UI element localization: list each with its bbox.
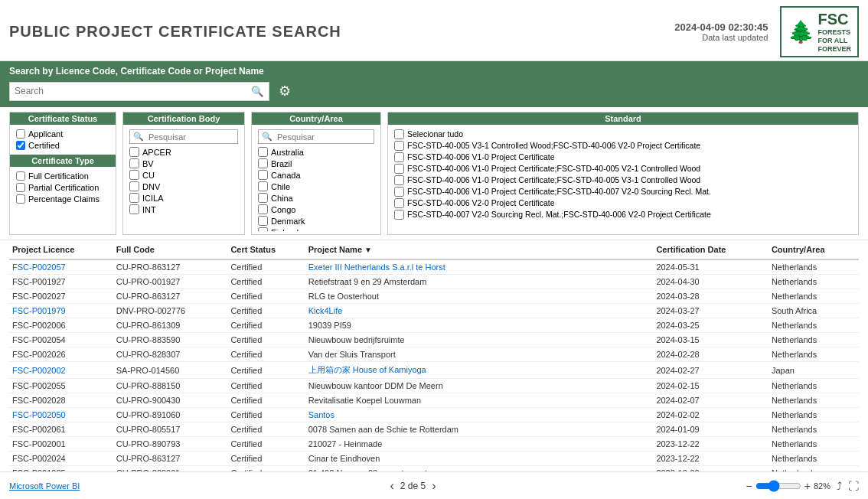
country-australia-checkbox[interactable] [258, 147, 268, 157]
standard-title: Standard [388, 113, 858, 125]
cell-date: 2024-05-31 [653, 259, 768, 275]
share-icon-button[interactable]: ⤴ [837, 480, 842, 492]
standard-item7-checkbox[interactable] [394, 210, 404, 220]
table-row: FSC-P002028CU-PRO-900430CertifiedRevital… [9, 393, 859, 408]
prev-page-button[interactable]: ‹ [390, 479, 393, 493]
cell-licence: FSC-P001979 [9, 304, 113, 318]
cell-date: 2024-03-28 [653, 289, 768, 304]
cert-type-percentage-checkbox[interactable] [16, 194, 25, 204]
cert-body-cu-checkbox[interactable] [129, 170, 139, 180]
cell-status: Certified [227, 259, 305, 275]
table-row: FSC-P002061CU-PRO-805517Certified0078 Sa… [9, 422, 859, 437]
country-search-input[interactable] [276, 131, 374, 143]
cell-country: Netherlands [768, 275, 859, 289]
cert-body-search-icon: 🔍 [130, 130, 147, 143]
search-button[interactable]: 🔍 [246, 83, 269, 100]
name-link[interactable]: Kick4Life [308, 306, 343, 315]
cert-body-item: CU [129, 170, 238, 180]
powerbi-link[interactable]: Microsoft Power BI [9, 481, 80, 491]
cert-type-full: Full Certification [16, 171, 109, 181]
zoom-in-button[interactable]: + [804, 480, 811, 492]
cell-name: 0078 Samen aan de Schie te Rotterdam [305, 422, 654, 437]
cell-status: Certified [227, 422, 305, 437]
standard-item6-checkbox[interactable] [394, 198, 404, 208]
zoom-out-button[interactable]: − [746, 480, 752, 492]
cert-status-applicant: Applicant [16, 129, 109, 139]
fullscreen-icon-button[interactable]: ⛶ [848, 480, 859, 492]
cert-type-full-checkbox[interactable] [16, 171, 25, 181]
standard-item5-checkbox[interactable] [394, 187, 404, 197]
datetime: 2024-04-09 02:30:45 Data last updated [674, 21, 768, 42]
search-bar-label: Search by Licence Code, Certificate Code… [9, 66, 859, 77]
table-row: FSC-P002057CU-PRO-863127CertifiedExeter … [9, 259, 859, 275]
standard-item: FSC-STD-40-006 V1-0 Project Certificate;… [394, 187, 852, 197]
cell-date: 2023-12-20 [653, 466, 768, 471]
filter-icon-button[interactable]: ⚙ [274, 80, 295, 103]
cert-body-item: APCER [129, 147, 238, 157]
standard-item: FSC-STD-40-007 V2-0 Sourcing Recl. Mat.;… [394, 210, 852, 220]
search-input[interactable] [10, 83, 246, 99]
cell-licence: FSC-P002055 [9, 379, 113, 393]
name-link[interactable]: 上用箱の家 House of Kamiyoga [308, 365, 426, 374]
standard-box: Standard Selecionar tudo FSC-STD-40-005 … [387, 112, 859, 235]
table-row: FSC-P002024CU-PRO-863127CertifiedCinar t… [9, 452, 859, 466]
standard-select-all-checkbox[interactable] [394, 129, 404, 139]
cell-date: 2024-03-27 [653, 304, 768, 318]
cell-status: Certified [227, 275, 305, 289]
cell-code: CU-PRO-001927 [113, 275, 228, 289]
cell-country: Netherlands [768, 259, 859, 275]
cert-body-int-checkbox[interactable] [129, 204, 139, 214]
cell-country: Netherlands [768, 452, 859, 466]
cell-status: Certified [227, 289, 305, 304]
standard-item2-checkbox[interactable] [394, 152, 404, 162]
search-bar-row: 🔍 ⚙ [9, 80, 859, 103]
licence-link[interactable]: FSC-P002002 [12, 366, 66, 375]
licence-link[interactable]: FSC-P002057 [12, 263, 66, 272]
page-title: PUBLIC PROJECT CERTIFICATE SEARCH [9, 23, 341, 41]
cell-status: Certified [227, 466, 305, 471]
name-link[interactable]: Exeter III Netherlands S.a.r.l te Horst [308, 263, 445, 272]
zoom-control: − + 82% [746, 480, 830, 492]
table-row: FSC-P002006CU-PRO-861309Certified19039 P… [9, 318, 859, 333]
licence-link[interactable]: FSC-P001979 [12, 306, 66, 315]
standard-item4-checkbox[interactable] [394, 175, 404, 185]
cell-code: CU-PRO-863127 [113, 289, 228, 304]
cell-date: 2024-03-25 [653, 318, 768, 333]
country-china-checkbox[interactable] [258, 193, 268, 203]
cell-date: 2023-12-22 [653, 437, 768, 452]
standard-item3-checkbox[interactable] [394, 164, 404, 174]
cell-licence: FSC-P002027 [9, 289, 113, 304]
cell-name: 上用箱の家 House of Kamiyoga [305, 362, 654, 379]
cert-status-applicant-checkbox[interactable] [16, 129, 25, 139]
cert-body-icila-checkbox[interactable] [129, 193, 139, 203]
cert-body-dnv-checkbox[interactable] [129, 181, 139, 191]
cell-date: 2024-02-02 [653, 408, 768, 422]
cell-code: CU-PRO-863127 [113, 452, 228, 466]
country-denmark-checkbox[interactable] [258, 216, 268, 226]
cell-name: Retiefstraat 9 en 29 Amsterdam [305, 275, 654, 289]
standard-item1-checkbox[interactable] [394, 141, 404, 151]
cell-country: Netherlands [768, 333, 859, 347]
cell-code: CU-PRO-808001 [113, 466, 228, 471]
cert-body-bv-checkbox[interactable] [129, 158, 139, 168]
country-congo-checkbox[interactable] [258, 204, 268, 214]
cert-body-search-input[interactable] [147, 131, 237, 143]
country-finland-checkbox[interactable] [258, 227, 268, 231]
cell-code: CU-PRO-900430 [113, 393, 228, 408]
cell-licence: FSC-P002061 [9, 422, 113, 437]
cell-licence: FSC-P002002 [9, 362, 113, 379]
next-page-button[interactable]: › [432, 479, 436, 493]
col-project-licence: Project Licence [9, 240, 113, 259]
zoom-slider[interactable] [755, 480, 801, 492]
country-brazil-checkbox[interactable] [258, 158, 268, 168]
country-chile-checkbox[interactable] [258, 181, 268, 191]
cert-status-certified: Certified [16, 141, 109, 150]
country-canada-checkbox[interactable] [258, 170, 268, 180]
name-link[interactable]: Santos [308, 410, 334, 419]
cert-status-certified-checkbox[interactable] [16, 141, 25, 150]
cert-body-apcer-checkbox[interactable] [129, 147, 139, 157]
licence-link[interactable]: FSC-P002050 [12, 410, 66, 419]
cert-type-partial-checkbox[interactable] [16, 183, 25, 192]
standard-item: Selecionar tudo [394, 129, 852, 139]
cell-licence: FSC-P002024 [9, 452, 113, 466]
